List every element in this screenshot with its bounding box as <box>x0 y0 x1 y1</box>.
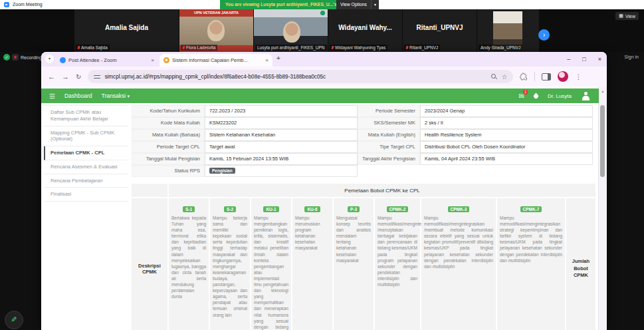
cpl-column-ku6: KU-6 Mampu merumuskan program ketahanan … <box>292 198 332 330</box>
sidebar-item-rencana-pembelajaran[interactable]: Rencana Pembelajaran <box>44 174 128 188</box>
nav-transaksi[interactable]: Transaksi ▾ <box>102 92 130 99</box>
participant-tile[interactable]: Ritanti_UPNVJ Ritanti_UPNVJ <box>403 9 477 52</box>
participant-tile[interactable]: Lusyta puri ardhiyanti_FIKES_UPN <box>254 9 328 52</box>
tab-title: Sistem Informasi Capaian Pemb... <box>172 57 263 63</box>
droplet-icon[interactable] <box>533 92 540 99</box>
video-banner-text: UPN VETERAN JAKARTA <box>179 9 253 17</box>
browser-menu-icon[interactable]: ⋮ <box>575 73 582 81</box>
page-scrollbar[interactable]: ▲ <box>598 86 607 330</box>
view-options-dropdown[interactable]: View Options ▾ <box>336 0 379 9</box>
minimize-button[interactable]: – <box>567 56 570 63</box>
scrollbar-thumb[interactable] <box>600 105 605 177</box>
info-blank <box>358 165 420 177</box>
user-avatar-icon[interactable] <box>581 92 591 100</box>
browser-profile-avatar[interactable] <box>558 71 568 82</box>
sidebar-item-finalisasi[interactable]: Finalisasi <box>44 188 128 202</box>
total-column-header: Jumlah Bobot CPMK <box>566 198 595 330</box>
new-tab-button[interactable]: + <box>276 55 280 62</box>
hamburger-icon[interactable]: ☰ <box>49 92 55 100</box>
user-name[interactable]: Dr. Lusyta <box>548 93 572 99</box>
participant-label: Ritanti_UPNVJ <box>404 45 440 51</box>
info-label: Status RPS <box>132 165 205 177</box>
cpl-badge: CPMK-2 <box>387 206 409 212</box>
reload-button[interactable]: ↻ <box>76 73 81 81</box>
sidebar-item-rencana-asesmen[interactable]: Rencana Asesmen & Evaluasi <box>44 160 128 174</box>
participant-strip: Amalia Sajida Amalia Sajida UPN VETERAN … <box>0 9 644 52</box>
nav-dashboard[interactable]: Dashboard <box>64 92 92 99</box>
participant-label: Fiora Ladesvita <box>181 45 217 51</box>
annotate-pencil-button[interactable]: ✎ <box>5 311 23 329</box>
upnvj-favicon <box>163 57 169 63</box>
sidebar-item-pemetaan-cpmk-cpl[interactable]: Pemetaan CPMK - CPL <box>44 146 128 160</box>
view-options-label[interactable]: View Options <box>336 0 371 9</box>
close-tab-icon[interactable]: × <box>265 57 268 63</box>
recording-icon <box>12 54 19 61</box>
participant-name: Ritanti_UPNVJ <box>403 24 477 31</box>
info-value: 2023/2024 Genap <box>420 105 593 117</box>
view-layout-button[interactable]: ▦ View <box>615 12 639 20</box>
sidebar-item-mapping-cpmk-sub[interactable]: Mapping CPMK - Sub CPMK (Optional) <box>44 126 128 147</box>
participant-label: Andy Sirada_UPNVJ <box>479 45 522 51</box>
table-corner-cell <box>132 184 167 197</box>
participant-face <box>207 20 225 41</box>
tab-simcpl-active[interactable]: Sistem Informasi Capaian Pemb... × <box>160 54 272 67</box>
participant-label: Widayani Wahyuning Tyas <box>330 45 387 51</box>
close-button[interactable]: × <box>598 56 601 63</box>
next-participants-button[interactable]: › <box>538 29 550 41</box>
info-label: SKS/Semester MK <box>358 117 420 129</box>
notifications-button[interactable]: ✉ 1 <box>519 92 524 100</box>
zoom-app-icon <box>4 2 9 7</box>
participant-tile[interactable]: UPN VETERAN JAKARTA Fiora Ladesvita <box>179 9 253 52</box>
app-navbar: ☰ Dashboard Transaksi ▾ ✉ 1 Dr. Lusyta <box>41 88 599 103</box>
bookmark-star-icon[interactable]: ☆ <box>501 73 507 81</box>
cpl-column-cpmk3: CPMK-3 Mampu memodifikasi/mengintegrasik… <box>421 198 496 330</box>
zoom-favicon <box>60 57 66 63</box>
back-button[interactable]: ← <box>48 73 55 81</box>
side-panel-icon[interactable] <box>542 73 551 81</box>
participant-label: Amalia Sajida <box>76 45 110 51</box>
participant-tile[interactable]: Amalia Sajida Amalia Sajida <box>74 9 179 52</box>
close-tab-icon[interactable]: × <box>151 57 154 63</box>
info-label: Kode/Tahun Kurikulum <box>132 105 205 117</box>
participant-label: Lusyta puri ardhiyanti_FIKES_UPN <box>255 45 327 51</box>
desc-column-header: Deskripsi CPMK <box>132 198 167 330</box>
url-text[interactable]: simcpl.upnvj.ac.id/#rps/mapping_cpmk_cpl… <box>104 74 487 80</box>
cpl-description: Mampu merumuskan program ketahanan keseh… <box>295 215 330 251</box>
maximize-button[interactable]: □ <box>582 56 586 63</box>
extensions-icon[interactable] <box>520 73 528 81</box>
cpl-badge: CPMK-7 <box>520 206 542 212</box>
cpl-description: Mampu memodifikasi/mengintegrasikan stra… <box>500 215 562 263</box>
participant-tile[interactable]: Andy Sirada_UPNVJ <box>477 9 539 52</box>
cpl-column-cpmk7: CPMK-7 Mampu memodifikasi/mengintegrasik… <box>497 198 565 330</box>
cpl-badge: S-1 <box>183 206 195 212</box>
site-info-icon[interactable] <box>94 74 100 80</box>
rps-step-sidebar: Daftar Sub CPMK atau Kemampuan Akhir Bel… <box>44 105 128 202</box>
mic-muted-icon <box>331 46 334 50</box>
security-check-icon[interactable]: ✓ <box>3 54 10 61</box>
zoom-app-title: Zoom Meeting <box>13 0 43 9</box>
zoom-level-icon[interactable] <box>491 74 497 80</box>
cpl-badge: CPMK-3 <box>448 206 470 212</box>
cpl-description: Bertakwa kepada Tuhan yang maha esa, ber… <box>171 215 206 299</box>
info-label: Periode Semester <box>358 105 420 117</box>
cpl-column-s2: S-2 Mampu bekerja sama dan memiliki kepe… <box>210 198 250 330</box>
tab-search-button[interactable]: ▾ <box>45 55 54 63</box>
cpl-description: Mampu memodifikasi/mengintegrasikan /men… <box>377 215 417 287</box>
table-title: Pemetaan Bobot CPMK ke CPL <box>169 184 595 197</box>
tab-post-attendee[interactable]: Post Attendee - Zoom × <box>56 54 158 67</box>
notification-badge: 1 <box>523 90 528 94</box>
participant-tile[interactable]: Widayani Wahy... Widayani Wahyuning Tyas <box>328 9 402 52</box>
chevron-down-icon[interactable]: ▾ <box>371 0 379 9</box>
forward-button[interactable]: → <box>62 73 69 81</box>
info-value: Distribusi Bobot CPL Oleh Dosen Koordina… <box>420 141 593 153</box>
address-bar[interactable]: simcpl.upnvj.ac.id/#rps/mapping_cpmk_cpl… <box>88 70 513 83</box>
cpl-column-cpmk2: CPMK-2 Mampu memodifikasi/mengintegrasik… <box>375 198 420 330</box>
web-page: ▲ ☰ Dashboard Transaksi ▾ ✉ 1 Dr. Lusyta… <box>41 86 607 330</box>
sign-in-link[interactable]: Sign in <box>625 55 639 59</box>
sidebar-item-daftar-sub-cpmk[interactable]: Daftar Sub CPMK atau Kemampuan Akhir Bel… <box>44 105 128 126</box>
info-value: Sistem Ketahanan Kesehatan <box>205 129 358 141</box>
status-badge: Pengisian <box>209 168 235 174</box>
info-value: Target awal <box>205 141 358 153</box>
scroll-up-icon[interactable]: ▲ <box>599 89 607 93</box>
cpl-badge: P-3 <box>348 206 360 212</box>
